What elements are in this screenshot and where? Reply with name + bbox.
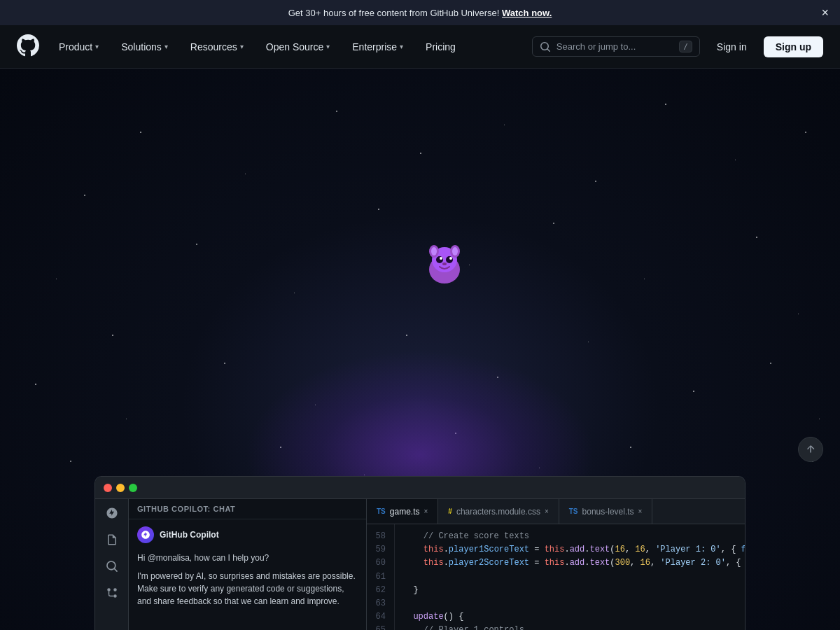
chat-sender-row: GitHub Copilot xyxy=(137,526,358,543)
nav-label-open-source: Open Source xyxy=(266,41,324,52)
traffic-light-red xyxy=(104,484,112,492)
traffic-light-yellow xyxy=(116,484,125,492)
editor-titlebar xyxy=(95,477,745,499)
traffic-light-green xyxy=(129,484,137,492)
chat-greeting: Hi @monalisa, how can I help you? xyxy=(137,552,358,564)
nav-label-product: Product xyxy=(59,41,92,52)
svg-point-5 xyxy=(452,247,458,255)
svg-point-9 xyxy=(449,257,452,260)
typescript-icon-2: TS xyxy=(569,507,578,515)
code-line-61 xyxy=(403,570,736,584)
sidebar-icon-git[interactable] xyxy=(104,584,120,601)
svg-point-10 xyxy=(442,262,447,265)
code-content: 58 59 60 61 62 63 64 65 66 67 68 // Crea… xyxy=(367,524,745,630)
tab-game-ts[interactable]: TS game.ts × xyxy=(367,499,438,524)
code-line-63 xyxy=(403,597,736,610)
line-num-63: 63 xyxy=(372,597,386,610)
banner-text: Get 30+ hours of free content from GitHu… xyxy=(288,8,552,18)
sign-up-button[interactable]: Sign up xyxy=(764,36,823,57)
sidebar-icon-files[interactable] xyxy=(104,531,120,548)
nav-item-enterprise[interactable]: Enterprise ▾ xyxy=(344,36,412,58)
chevron-down-icon: ▾ xyxy=(326,43,330,50)
chat-header: GITHUB COPILOT: CHAT xyxy=(129,499,366,519)
nav-label-resources: Resources xyxy=(190,41,237,52)
line-num-61: 61 xyxy=(372,570,386,584)
github-logo[interactable] xyxy=(17,34,39,59)
svg-point-11 xyxy=(107,588,111,592)
line-num-60: 60 xyxy=(372,556,386,570)
tab-label-bonus-level-ts: bonus-level.ts xyxy=(582,507,634,517)
svg-point-13 xyxy=(113,588,117,592)
chevron-down-icon: ▾ xyxy=(400,43,403,50)
scroll-to-top-button[interactable] xyxy=(798,437,823,462)
chat-panel: GITHUB COPILOT: CHAT GitHub Copilot Hi @… xyxy=(129,499,367,630)
tabs-bar: TS game.ts × # characters.module.css × T… xyxy=(367,499,745,524)
nav-item-open-source[interactable]: Open Source ▾ xyxy=(258,36,339,58)
nav-label-pricing: Pricing xyxy=(426,41,456,52)
svg-point-7 xyxy=(446,256,453,263)
banner-close-button[interactable]: × xyxy=(821,6,829,19)
css-icon: # xyxy=(448,507,452,515)
banner-link[interactable]: Watch now. xyxy=(502,8,552,18)
line-num-65: 65 xyxy=(372,624,386,630)
chevron-down-icon: ▾ xyxy=(164,43,168,50)
svg-point-6 xyxy=(436,256,443,263)
nav-item-solutions[interactable]: Solutions ▾ xyxy=(113,36,176,58)
code-line-58: // Create score texts xyxy=(403,530,736,543)
nav-label-solutions: Solutions xyxy=(121,41,162,52)
search-placeholder: Search or jump to... xyxy=(556,41,673,52)
chat-description: I'm powered by AI, so surprises and mist… xyxy=(137,570,358,608)
search-bar[interactable]: Search or jump to... / xyxy=(532,36,700,57)
mona-character xyxy=(420,240,469,289)
search-icon xyxy=(540,41,551,52)
banner-message: Get 30+ hours of free content from GitHu… xyxy=(288,8,500,18)
editor-mockup: GITHUB COPILOT: CHAT GitHub Copilot Hi @… xyxy=(94,476,746,630)
tab-bonus-level-ts[interactable]: TS bonus-level.ts × xyxy=(559,499,653,524)
tab-close-characters-css[interactable]: × xyxy=(545,508,549,515)
tab-characters-css[interactable]: # characters.module.css × xyxy=(438,499,559,524)
code-panel: TS game.ts × # characters.module.css × T… xyxy=(367,499,745,630)
nav-label-enterprise: Enterprise xyxy=(352,41,397,52)
line-num-64: 64 xyxy=(372,610,386,624)
line-numbers: 58 59 60 61 62 63 64 65 66 67 68 xyxy=(367,524,395,630)
tab-close-bonus-level-ts[interactable]: × xyxy=(638,508,643,515)
chat-messages: GitHub Copilot Hi @monalisa, how can I h… xyxy=(129,519,366,630)
code-line-60: this.player2ScoreText = this.add.text(30… xyxy=(403,556,736,570)
nav-item-resources[interactable]: Resources ▾ xyxy=(182,36,252,58)
line-num-58: 58 xyxy=(372,530,386,543)
tab-label-game-ts: game.ts xyxy=(390,507,420,517)
nav-item-pricing[interactable]: Pricing xyxy=(417,36,464,58)
announcement-banner: Get 30+ hours of free content from GitHu… xyxy=(0,0,840,25)
tab-close-game-ts[interactable]: × xyxy=(424,508,428,515)
line-num-59: 59 xyxy=(372,543,386,556)
avatar xyxy=(137,526,154,543)
tab-label-characters-css: characters.module.css xyxy=(456,507,540,517)
typescript-icon: TS xyxy=(377,507,386,515)
editor-sidebar xyxy=(95,499,129,630)
sidebar-icon-copilot[interactable] xyxy=(104,505,120,522)
code-line-65: // Player 1 controls xyxy=(403,624,736,630)
line-num-62: 62 xyxy=(372,584,386,597)
chat-sender-name: GitHub Copilot xyxy=(160,530,219,540)
code-line-59: this.player1ScoreText = this.add.text(16… xyxy=(403,543,736,556)
search-keyboard-shortcut: / xyxy=(679,41,692,52)
navbar: Product ▾ Solutions ▾ Resources ▾ Open S… xyxy=(0,25,840,69)
nav-item-product[interactable]: Product ▾ xyxy=(50,36,107,58)
hero-section: GITHUB COPILOT: CHAT GitHub Copilot Hi @… xyxy=(0,69,840,630)
code-line-64: update() { xyxy=(403,610,736,624)
sidebar-icon-search[interactable] xyxy=(104,558,120,575)
chevron-down-icon: ▾ xyxy=(240,43,244,50)
svg-point-12 xyxy=(113,594,117,598)
code-text: // Create score texts this.player1ScoreT… xyxy=(395,524,745,630)
code-line-62: } xyxy=(403,584,736,597)
svg-point-4 xyxy=(431,247,437,255)
chevron-down-icon: ▾ xyxy=(95,43,99,50)
svg-point-8 xyxy=(440,257,442,260)
sign-in-button[interactable]: Sign in xyxy=(706,37,758,57)
editor-body: GITHUB COPILOT: CHAT GitHub Copilot Hi @… xyxy=(95,499,745,630)
